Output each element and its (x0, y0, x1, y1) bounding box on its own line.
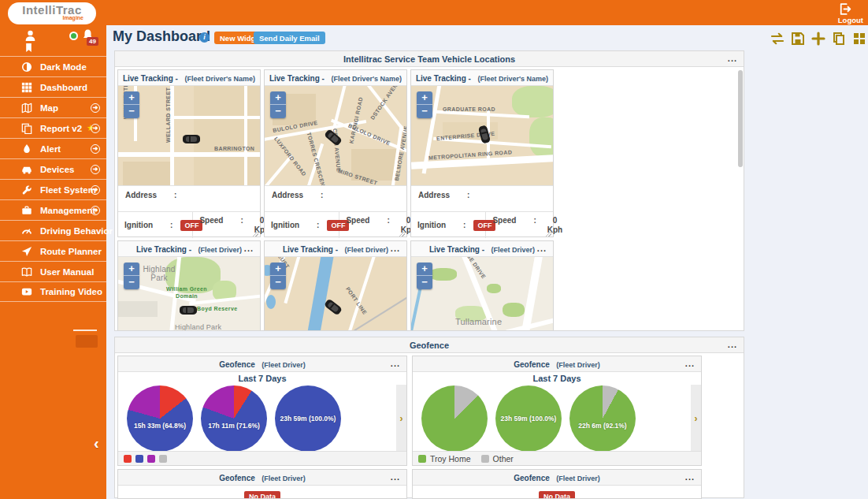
widget-header[interactable]: Live Tracking - (Fleet Driver's Name) (411, 70, 553, 86)
next-page-chevron-icon[interactable]: › (396, 385, 406, 452)
widget-menu-icon[interactable]: ... (244, 241, 254, 255)
pie-chart[interactable]: 22h 6m (92.1%) (569, 385, 636, 452)
pie-chart[interactable] (421, 385, 488, 452)
widget-menu-icon[interactable]: ... (685, 470, 695, 484)
expand-arrow-icon[interactable]: ➜ (91, 185, 100, 195)
expand-arrow-icon[interactable]: ➜ (91, 144, 100, 154)
zoom-out-button[interactable]: − (417, 276, 432, 289)
widget-menu-icon[interactable]: ... (391, 241, 400, 255)
copy-icon[interactable] (832, 32, 846, 46)
widget-header[interactable]: Live Tracking - (Fleet Driver) ... (411, 241, 553, 257)
zoom-out-button[interactable]: − (270, 276, 286, 289)
widget-menu-icon[interactable]: ... (685, 356, 695, 371)
zoom-in-button[interactable]: + (270, 91, 286, 105)
live-map[interactable]: GRADUATE ROAD ENTERPRISE DRIVE METROPOLI… (411, 86, 553, 185)
save-icon[interactable] (791, 32, 805, 46)
telemetry-row: Ignition : OFF Speed : 0Kph (411, 211, 553, 238)
expand-arrow-icon[interactable]: ➜ (91, 206, 100, 215)
panel-header[interactable]: Intellitrac Service Team Vehicle Locatio… (115, 51, 744, 67)
pie-chart[interactable]: 23h 59m (100.0%) (495, 385, 562, 452)
expand-arrow-icon[interactable]: ➜ (91, 165, 100, 174)
sidebar-item-map[interactable]: Map ➜ (0, 97, 106, 117)
panel-menu-icon[interactable]: ... (728, 51, 737, 65)
widget-header[interactable]: Live Tracking - (Fleet Driver) ... (118, 241, 260, 257)
resize-handle[interactable] (546, 231, 551, 236)
sidebar-item-alert[interactable]: Alert ➜ (0, 138, 106, 158)
sidebar-item-management[interactable]: Management ➜ (0, 199, 106, 220)
scrollbar-thumb[interactable] (738, 70, 743, 167)
live-map[interactable]: ROSE DRIVE Tullamarine + − (411, 257, 553, 330)
pie-chart[interactable]: 15h 33m (64.8%) (127, 385, 193, 452)
panel-header[interactable]: Geofence ... (115, 337, 744, 353)
pie-chart[interactable]: 23h 59m (100.0%) (275, 385, 341, 452)
vehicle-marker-icon[interactable] (324, 128, 343, 147)
map-zoom-control: + − (270, 91, 286, 118)
panel-scrollbar[interactable] (738, 69, 743, 330)
expand-arrow-icon[interactable]: ➜ (91, 103, 100, 113)
live-map[interactable]: WINCHESTER R WELLARD STREET BARRINGTON +… (118, 86, 260, 185)
sidebar-item-dark-mode[interactable]: Dark Mode (0, 56, 106, 76)
panel-menu-icon[interactable]: ... (728, 337, 737, 352)
live-map[interactable]: EUST PORT LINE + − (265, 257, 406, 330)
sidebar-collapse-chevron-icon[interactable]: ‹ (94, 434, 99, 452)
legend-swatch-other[interactable] (481, 455, 489, 463)
sidebar-item-fleet-system[interactable]: Fleet System ➜ (0, 179, 106, 199)
vehicle-marker-icon[interactable] (324, 298, 343, 315)
widget-header[interactable]: Geofence (Fleet Driver) ... (118, 470, 406, 486)
legend-swatch-red[interactable] (124, 455, 132, 463)
resize-handle[interactable] (399, 231, 405, 236)
zoom-in-button[interactable]: + (124, 91, 139, 105)
info-icon[interactable]: i (199, 32, 210, 43)
zoom-in-button[interactable]: + (124, 263, 139, 276)
zoom-out-button[interactable]: − (270, 105, 286, 118)
zoom-out-button[interactable]: − (417, 105, 432, 118)
send-daily-email-button[interactable]: Send Daily Email (254, 32, 325, 44)
sidebar-item-user-manual[interactable]: User Manual (0, 261, 106, 281)
widget-header[interactable]: Geofence (Fleet Driver) ... (118, 356, 406, 372)
widget-header[interactable]: Live Tracking - (Fleet Driver) ... (265, 241, 406, 257)
widget-header[interactable]: Geofence (Fleet Driver) ... (413, 470, 701, 486)
expand-arrow-icon[interactable]: ➜ (91, 124, 100, 133)
widget-header[interactable]: Live Tracking - (Fleet Driver's Name) (118, 70, 260, 86)
zoom-in-button[interactable]: + (417, 263, 432, 276)
sidebar-item-dashboard[interactable]: Dashboard (0, 76, 106, 97)
widget-menu-icon[interactable]: ... (537, 241, 547, 255)
widget-menu-icon[interactable]: ... (391, 356, 400, 371)
app-logo[interactable]: IntelliTrac Imagine (8, 2, 96, 24)
legend-swatch-purple[interactable] (147, 455, 155, 463)
widget-header[interactable]: Live Tracking - (Fleet Driver's Name) (265, 70, 406, 86)
sidebar-item-training-video[interactable]: Training Video (0, 281, 106, 302)
live-map[interactable]: Highland Park William Green Domain Boyd … (118, 257, 260, 330)
vehicle-marker-icon[interactable] (183, 135, 200, 143)
sidebar-item-label: Report v2 (40, 124, 82, 133)
transfer-icon[interactable] (770, 32, 785, 46)
sidebar-item-devices[interactable]: Devices ➜ (0, 158, 106, 179)
widget-menu-icon[interactable]: ... (391, 470, 400, 484)
place-label: Boyd Reserve (197, 306, 238, 311)
online-status-dot (69, 32, 78, 40)
vehicle-marker-icon[interactable] (180, 306, 197, 315)
colon: : (387, 216, 389, 238)
legend-swatch-blue[interactable] (135, 455, 143, 463)
zoom-in-button[interactable]: + (270, 263, 286, 276)
live-map[interactable]: KARANGI ROAD DSTOCK AVENUE BULOLO DRIVE … (265, 86, 406, 185)
add-widget-icon[interactable] (811, 32, 825, 46)
car-icon (21, 164, 32, 175)
widget-header[interactable]: Geofence (Fleet Driver) ... (413, 356, 701, 372)
zoom-out-button[interactable]: − (124, 105, 139, 118)
sidebar-item-route-planner[interactable]: Route Planner (0, 240, 106, 261)
sidebar-item-driving-behavior[interactable]: Driving Behavior (0, 220, 106, 240)
logout-button[interactable]: Logout (838, 2, 863, 24)
bookmark-icon[interactable] (25, 43, 32, 52)
next-page-chevron-icon[interactable]: › (691, 385, 701, 452)
pie-chart[interactable]: 17h 11m (71.6%) (201, 385, 267, 452)
sidebar-item-report-v2[interactable]: Report v2 ★ ➜ (0, 117, 106, 138)
zoom-out-button[interactable]: − (124, 276, 139, 289)
zoom-in-button[interactable]: + (417, 91, 432, 105)
resize-handle[interactable] (253, 231, 258, 236)
legend-swatch-gray[interactable] (159, 455, 167, 463)
user-icon[interactable] (24, 29, 37, 43)
layout-grid-icon[interactable] (852, 32, 866, 46)
pie-chart-zone: 15h 33m (64.8%) 17h 11m (71.6%) 23h 59m … (118, 385, 406, 452)
legend-swatch-troy-home[interactable] (418, 455, 426, 463)
